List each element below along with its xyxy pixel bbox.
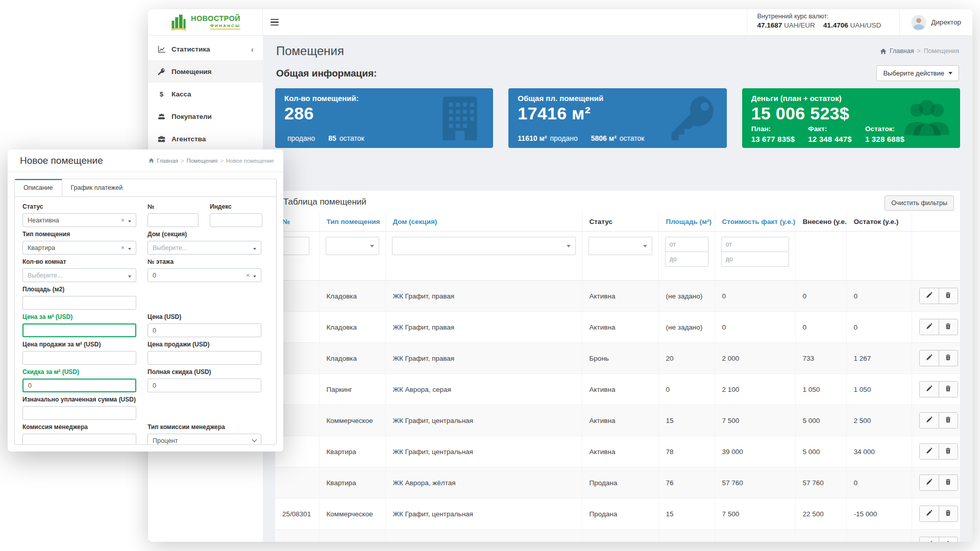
cell-house: ЖК Аврора, жёлтая	[385, 467, 582, 498]
delete-button[interactable]	[939, 288, 958, 304]
pencil-icon	[926, 323, 933, 331]
cell-status: Бронь	[582, 530, 658, 542]
price-input-control[interactable]: 0	[148, 323, 261, 337]
cell-type: Кладовка	[319, 312, 385, 343]
sidebar-item-agencies[interactable]: Агентства	[148, 128, 263, 150]
filter-select[interactable]	[326, 237, 379, 255]
caret-down-icon	[253, 244, 256, 252]
column-header[interactable]: Стоимость факт (у.е.)	[715, 212, 795, 232]
cell-status: Активна	[582, 374, 658, 405]
edit-button[interactable]	[920, 444, 939, 459]
trash-icon	[945, 479, 951, 487]
column-header[interactable]: Тип помещения	[319, 212, 385, 232]
delete-button[interactable]	[939, 537, 958, 542]
filter-from-input[interactable]	[721, 237, 789, 252]
sidebar-item-label: Статистика	[172, 45, 210, 53]
initial-paid-sum-input-control[interactable]	[22, 406, 136, 420]
cell-cost: 7 500	[715, 498, 795, 530]
choose-action-button[interactable]: Выберите действие	[876, 65, 959, 81]
filter-to-input[interactable]	[665, 252, 708, 267]
commission-type-select-control[interactable]: Процент	[148, 434, 261, 445]
column-header[interactable]: Площадь (м²)	[658, 212, 715, 232]
cell-area: 78	[658, 436, 715, 467]
app-logo[interactable]: НОВОСТРОЙ ФИНАНСЫ	[148, 9, 263, 35]
filter-select[interactable]	[589, 237, 652, 255]
price-per-m2-input-control[interactable]	[22, 323, 136, 337]
edit-button[interactable]	[920, 288, 939, 304]
delete-button[interactable]	[939, 319, 958, 335]
premises-type-select: Тип помещенияКвартира×	[22, 231, 136, 255]
sidebar-item-cash[interactable]: $Касса	[148, 83, 263, 105]
full-discount-input: Полная скидка (USD)0	[148, 368, 261, 392]
sidebar-item-premises[interactable]: Помещения	[148, 60, 263, 83]
delete-button[interactable]	[939, 413, 958, 428]
sidebar-item-buyers[interactable]: Покупатели	[148, 105, 263, 128]
edit-button[interactable]	[920, 506, 939, 521]
table-row: КладовкаЖК Графит, праваяАктивна(не зада…	[275, 281, 960, 312]
card-money-column: Остаток:1 328 688$	[865, 125, 904, 143]
clear-icon[interactable]: ×	[121, 217, 125, 223]
cell-paid: 5 000	[795, 436, 846, 467]
cell-cost: 7 500	[715, 405, 795, 436]
floor-select-control[interactable]: 0×	[148, 268, 261, 282]
cell-num: 101/08301	[275, 530, 319, 542]
filter-from-input[interactable]	[665, 237, 708, 252]
clear-filters-button[interactable]: Очистить фильтры	[885, 195, 954, 211]
card-money-label: Остаток:	[865, 125, 904, 133]
cell-area: 15	[658, 498, 715, 530]
edit-button[interactable]	[920, 382, 939, 397]
tab-description[interactable]: Описание	[15, 179, 62, 196]
caret-down-icon	[253, 272, 256, 279]
edit-button[interactable]	[920, 319, 939, 335]
filter-to-input[interactable]	[721, 252, 789, 267]
column-header	[912, 212, 960, 232]
filter-input[interactable]	[281, 237, 309, 255]
breadcrumb-item[interactable]: Помещения	[186, 158, 217, 164]
clear-icon[interactable]: ×	[121, 245, 125, 251]
delete-button[interactable]	[939, 382, 958, 397]
clear-icon[interactable]: ×	[246, 272, 250, 279]
column-header[interactable]: Дом (секция)	[385, 212, 582, 232]
house-select-control[interactable]: Выберите...	[148, 241, 261, 255]
trash-icon	[945, 541, 951, 542]
discount-per-m2-input: Скидка за м² (USD)0	[22, 368, 136, 392]
card-stat-label: остаток	[339, 134, 364, 142]
number-input-control[interactable]	[148, 213, 199, 227]
delete-button[interactable]	[939, 506, 958, 521]
full-discount-input-control[interactable]: 0	[148, 379, 261, 392]
delete-button[interactable]	[939, 475, 958, 490]
index-input-control[interactable]	[210, 213, 262, 227]
sale-price-input-control[interactable]	[148, 351, 261, 365]
breadcrumb-item[interactable]: Главная	[890, 47, 914, 55]
filter-cell	[582, 232, 658, 281]
edit-button[interactable]	[920, 350, 939, 366]
form-row: Скидка за м² (USD)0Полная скидка (USD)0	[22, 368, 268, 392]
premises-type-select-control[interactable]: Квартира×	[22, 241, 136, 255]
edit-button[interactable]	[920, 475, 939, 490]
breadcrumb-item[interactable]: Главная	[157, 158, 178, 164]
edit-button[interactable]	[920, 413, 939, 428]
status-select-control[interactable]: Неактивна×	[22, 213, 136, 227]
rooms-count-select-control[interactable]: Выберите...	[22, 268, 136, 282]
sidebar-item-label: Касса	[172, 90, 191, 98]
sale-price-input: Цена продажи (USD)	[148, 341, 261, 365]
user-menu[interactable]: Директор	[899, 9, 972, 35]
cell-rest: 0	[846, 467, 912, 498]
sale-price-per-m2-input-control[interactable]	[22, 351, 136, 365]
modal-breadcrumb: Главная>Помещения>Новое помещение	[149, 158, 274, 164]
delete-button[interactable]	[939, 444, 958, 459]
delete-button[interactable]	[939, 350, 958, 366]
sidebar-toggle-button[interactable]	[263, 9, 286, 35]
column-header: Внесено (у.е.)	[795, 212, 846, 232]
area-input-control[interactable]	[22, 296, 136, 310]
tab-payment-schedule[interactable]: График платежей	[62, 179, 132, 196]
filter-select[interactable]	[392, 237, 576, 255]
briefcase-icon	[157, 135, 166, 143]
edit-button[interactable]	[920, 537, 939, 542]
discount-per-m2-input-control[interactable]: 0	[22, 379, 136, 392]
sidebar-item-statistics[interactable]: Статистика‹	[148, 38, 263, 60]
price-per-m2-input: Цена за м² (USD)	[22, 313, 136, 337]
pencil-icon	[926, 479, 933, 487]
manager-commission-input-control[interactable]	[22, 434, 136, 445]
form-row: Изначально уплаченная сумма (USD)	[22, 396, 268, 420]
